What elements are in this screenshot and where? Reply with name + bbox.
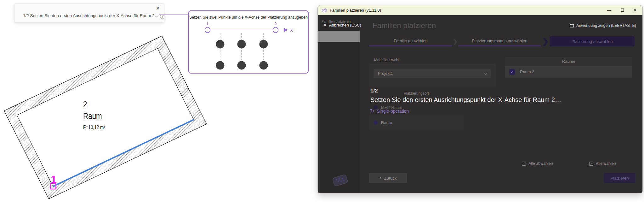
info-icon[interactable]: i [160,15,164,19]
room-wall-hatch [4,36,207,199]
radio-raum-label: Raum [381,120,392,125]
overlay-step-counter: 1/2 [370,88,378,94]
cancel-x-icon: ✕ [323,23,327,27]
minimize-icon[interactable]: — [607,5,611,15]
radio-selected-icon [373,121,378,125]
app-icon [322,8,327,13]
back-button-label: Zurück [384,176,397,181]
close-icon[interactable]: ✕ [156,5,160,11]
model-select-label: Modellauswahl [374,58,399,62]
cancel-label: Abbrechen (ESC) [329,23,361,27]
close-window-icon[interactable]: ✕ [633,5,637,15]
show-app-icon [570,24,574,27]
axis-point-1 [205,27,210,33]
checkbox-empty-icon [522,162,526,166]
toast-message-text: 1/2 Setzen Sie den ersten Ausrichtungspu… [23,13,158,18]
tab-platzierungsmodus[interactable]: Platzierungsmodus auswählen [458,36,541,46]
axis-x-label: X [290,28,293,33]
chevron-left-icon: ‹ [379,175,381,180]
screenshot-root: 1 2 Raum F=10,12 m² 1/2 Setzen Sie den e… [0,0,644,202]
axis-point-2 [273,27,278,33]
single-operation-label: Single-operation [377,109,409,114]
tab-separator-icon: ❯ [452,36,458,46]
room-edge-highlight[interactable] [53,120,194,186]
model-select-value: Projekt1 [378,71,393,76]
overlay-instruction: Setzen Sie den ersten Ausrichtungspunkt … [370,96,561,104]
axis-point-1-label: 1 [206,21,209,26]
sync-icon: ↻ [370,109,374,113]
dialog-window: Familien platzieren (v1.11.0) — ✕ Famili… [318,5,642,193]
axis-tooltip-title: Setzen Sie zwei Punkte um die X-Achse de… [189,15,308,20]
placement-label: Platzierungsort [369,91,464,96]
room-area: F=10,12 m² [83,124,105,131]
rooms-panel-header: Räume [505,57,632,66]
select-all-checkbox[interactable]: ✓ Alle wählen [589,161,616,166]
show-app-toggle[interactable]: Anwendung zeigen (LEERTASTE) [570,23,636,28]
cancel-button[interactable]: ✕ Abbrechen (ESC) [323,23,361,27]
checkbox-checked-icon: ✓ [589,162,593,166]
place-button[interactable]: Platzieren [604,173,635,183]
drawing-canvas[interactable]: 1 2 Raum F=10,12 m² 1/2 Setzen Sie den e… [0,0,318,202]
tab-familie-auswaehlen[interactable]: Familie auswählen [369,36,452,46]
room-outer-outline [4,36,207,199]
single-operation-link[interactable]: ↻ Single-operation [370,109,409,114]
maximize-icon[interactable] [621,5,624,15]
room-number: 2 [83,98,105,110]
checkbox-checked-icon[interactable]: ✓ [509,69,515,75]
dialog-titlebar[interactable]: Familien platzieren (v1.11.0) — ✕ [318,5,642,15]
select-all-label: Alle wählen [596,161,616,166]
tab-separator-icon: ❯ [541,36,550,46]
app-logo-icon [330,172,350,189]
back-button[interactable]: ‹ Zurück [369,173,407,183]
tab-platzierung-auswaehlen[interactable]: Platzierung auswählen [550,36,635,46]
placement-marker-label: 1 [51,173,57,185]
window-title: Familien platzieren (v1.11.0) [330,8,381,13]
deselect-all-checkbox[interactable]: Alle abwählen [522,161,553,166]
radio-raum[interactable]: Raum [369,115,464,130]
deselect-all-label: Alle abwählen [528,161,553,166]
toast-notification: 1/2 Setzen Sie den ersten Ausrichtungspu… [14,3,164,23]
axis-point-2-label: 2 [274,21,277,26]
model-select-dropdown[interactable]: Projekt1 [374,69,491,78]
toast-message: 1/2 Setzen Sie den ersten Ausrichtungspu… [23,13,164,19]
axis-arrowhead [284,28,288,32]
room-item-label: Raum 2 [520,69,534,74]
family-dots [216,40,268,70]
chevron-down-icon [483,71,487,74]
wizard-tabs: Familie auswählen ❯ Platzierungsmodus au… [369,36,635,46]
page-title: Familien platzieren [373,21,436,30]
sidebar-active-item[interactable] [318,31,360,42]
room-name: Raum [83,110,105,122]
axis-tooltip: Setzen Sie zwei Punkte um die X-Achse de… [188,10,309,74]
connector-line [159,15,188,15]
show-app-label: Anwendung zeigen (LEERTASTE) [576,23,636,28]
axis-diagram: 1 2 X [189,20,308,73]
room-label: 2 Raum F=10,12 m² [83,98,105,131]
room-list-item[interactable]: ✓ Raum 2 [505,66,632,78]
